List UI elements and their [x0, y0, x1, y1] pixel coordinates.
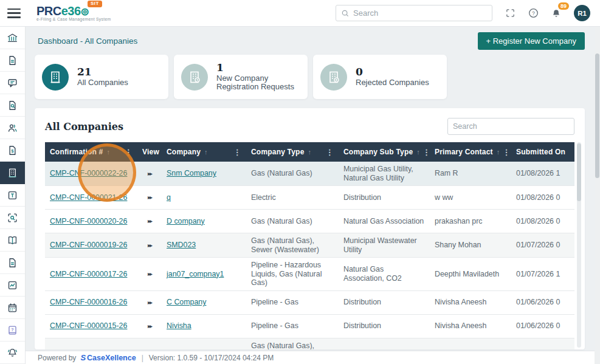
sidebar-item-ledger[interactable] — [0, 229, 25, 252]
view-row-icon[interactable]: ▸▸ — [148, 298, 151, 307]
column-header[interactable]: Company Sub Type↑⋮ — [339, 142, 430, 162]
sidebar-item-case-search[interactable] — [0, 94, 25, 117]
view-row-icon[interactable]: ▸▸ — [148, 322, 151, 331]
view-row-icon[interactable]: ▸▸ — [148, 170, 151, 179]
column-header[interactable]: Primary Contact↑⋮ — [430, 142, 511, 162]
fullscreen-button[interactable] — [502, 5, 518, 21]
logo-ring-icon: ⊚ — [81, 6, 89, 18]
column-header[interactable]: Company Type↑⋮ — [246, 142, 339, 162]
sidebar-item-billing[interactable]: $ — [0, 139, 25, 162]
confirmation-link[interactable]: CMP-CNF-0000019-26 — [50, 241, 127, 249]
bell-icon — [7, 347, 18, 359]
column-header[interactable]: Company↑⋮ — [162, 142, 246, 162]
sidebar-item-scan-search[interactable] — [0, 207, 25, 229]
company-link[interactable]: Snm Company — [167, 169, 216, 177]
stat-label: Rejected Companies — [356, 78, 429, 88]
svg-text:$: $ — [12, 149, 14, 154]
environment-badge: SIT — [88, 1, 102, 7]
building-icon — [7, 167, 18, 179]
primary-contact-cell: Shany Mohan — [435, 241, 481, 249]
view-row-icon[interactable]: ▸▸ — [148, 217, 151, 226]
confirmation-link[interactable]: CMP-CNF-0000015-26 — [50, 321, 127, 330]
view-row-icon[interactable]: ▸▸ — [148, 270, 151, 279]
stat-card-all-companies[interactable]: 21 All Companies — [35, 55, 168, 99]
view-row-icon[interactable]: ▸▸ — [148, 241, 151, 250]
footer-separator: | — [142, 354, 143, 362]
app-logo[interactable]: PRCe36⊚ e-Filing & Case Management Syste… — [36, 5, 111, 22]
notification-count-badge: 89 — [558, 2, 569, 10]
primary-contact-cell: prakashan prc — [435, 217, 483, 225]
sidebar-item-notifications[interactable] — [0, 342, 25, 364]
confirmation-link[interactable]: CMP-CNF-0000021-26 — [50, 193, 127, 202]
stat-card-new-registration-requests[interactable]: 1 New Company Registration Requests — [174, 55, 308, 99]
sidebar-item-templates[interactable] — [0, 184, 25, 207]
chat-icon — [7, 77, 18, 89]
confirmation-link[interactable]: CMP-CNF-0000016-26 — [50, 298, 127, 306]
notifications-button[interactable]: 89 — [548, 5, 564, 21]
company-sub-type-cell: Natural Gas Association, CO2 — [343, 265, 402, 283]
panel-title: All Companies — [45, 121, 123, 132]
stat-card-rejected-companies[interactable]: 0 Rejected Companies — [313, 55, 447, 99]
view-row-icon[interactable]: ▸▸ — [148, 193, 151, 202]
user-avatar[interactable]: R1 — [574, 5, 590, 21]
register-new-company-button[interactable]: + Register New Company — [478, 32, 585, 50]
confirmation-link[interactable]: CMP-CNF-0000022-26 — [50, 169, 127, 177]
casexellence-brand[interactable]: CaseXellence — [87, 354, 136, 362]
sort-arrow-icon[interactable]: ↑ — [106, 148, 110, 156]
column-menu-icon[interactable]: ⋮ — [500, 148, 511, 157]
companies-table-body: CMP-CNF-0000022-26▸▸Snm CompanyGas (Natu… — [45, 162, 574, 349]
sidebar-item-help-guide[interactable]: ? — [0, 319, 25, 342]
table-row: CMP-CNF-0000017-26▸▸jan07_compnay1Pipeli… — [45, 258, 574, 291]
column-header[interactable]: View↑ — [137, 142, 162, 162]
sidebar-item-companies[interactable] — [0, 162, 25, 184]
global-search[interactable] — [336, 5, 492, 21]
top-bar: PRCe36⊚ e-Filing & Case Management Syste… — [0, 0, 600, 27]
global-search-input[interactable] — [353, 9, 492, 18]
sidebar-item-documents[interactable] — [0, 49, 25, 72]
confirmation-link[interactable]: CMP-CNF-0000017-26 — [50, 270, 127, 278]
table-row: CMP-CNF-0000015-26▸▸NivishaPipeline - Ga… — [45, 314, 574, 338]
help-book-icon: ? — [7, 325, 18, 336]
sidebar-item-reports-document[interactable] — [0, 252, 25, 274]
table-scrollbar-thumb[interactable] — [577, 143, 581, 201]
sort-arrow-icon[interactable]: ↑ — [204, 148, 208, 156]
column-label: Company — [167, 148, 201, 156]
sidebar-item-users[interactable] — [0, 117, 25, 139]
sidebar-item-messages[interactable] — [0, 72, 25, 94]
chart-icon — [7, 280, 18, 291]
column-menu-icon[interactable]: ⋮ — [231, 148, 244, 157]
hamburger-menu-icon[interactable] — [7, 9, 21, 18]
sidebar-item-bank[interactable] — [0, 27, 25, 49]
sidebar: $ ? — [0, 27, 26, 364]
table-scrollbar[interactable] — [577, 142, 581, 348]
column-label: Submitted On — [516, 148, 565, 156]
confirmation-link[interactable]: CMP-CNF-0000020-26 — [50, 217, 127, 225]
help-button[interactable]: ? — [525, 5, 541, 21]
company-sub-type-cell: Distribution — [343, 193, 381, 202]
table-search-input[interactable] — [447, 118, 574, 135]
company-link[interactable]: q — [167, 193, 171, 202]
stat-value: 21 — [77, 66, 128, 78]
column-menu-icon[interactable]: ⋮ — [323, 148, 336, 157]
column-header[interactable]: Confirmation #↑⋮ — [45, 142, 137, 162]
main-content: Dashboard - All Companies + Register New… — [26, 27, 600, 351]
submitted-on-cell: 01/08/2026 1 — [516, 169, 560, 177]
company-link[interactable]: D company — [167, 217, 205, 225]
column-header[interactable]: Submitted On — [511, 142, 574, 162]
column-menu-icon[interactable]: ⋮ — [122, 148, 135, 157]
all-companies-icon — [42, 64, 69, 91]
company-link[interactable]: SMD023 — [167, 241, 196, 249]
company-link[interactable]: C Company — [167, 298, 206, 306]
document-icon — [7, 257, 18, 269]
companies-table-head-row: Confirmation #↑⋮View↑Company↑⋮Company Ty… — [45, 142, 574, 162]
column-menu-icon[interactable]: ⋮ — [420, 148, 430, 157]
sidebar-item-analytics[interactable] — [0, 274, 25, 297]
sidebar-item-calendar[interactable] — [0, 297, 25, 319]
page-scrollbar-thumb[interactable] — [595, 53, 599, 178]
company-link[interactable]: jan07_compnay1 — [167, 270, 224, 278]
company-link[interactable]: Nivisha — [167, 321, 191, 330]
submitted-on-cell: 01/06/2026 0 — [516, 298, 560, 306]
sort-arrow-icon[interactable]: ↑ — [308, 148, 312, 156]
page-scrollbar[interactable] — [595, 27, 600, 364]
template-t-icon — [7, 190, 18, 201]
